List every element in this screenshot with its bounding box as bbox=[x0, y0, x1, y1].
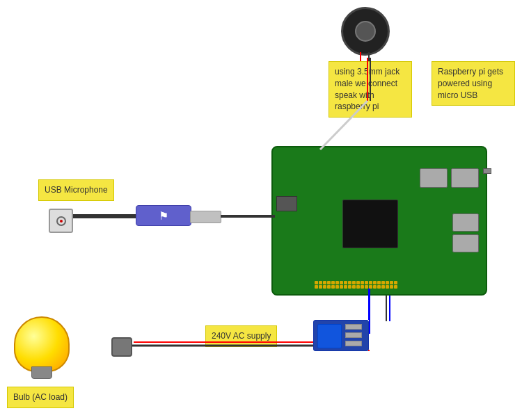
bulb bbox=[14, 316, 70, 379]
relay-terminal-3 bbox=[345, 341, 362, 346]
gpio-wire-blue bbox=[369, 289, 370, 334]
bulb-base bbox=[31, 366, 52, 379]
relay-module bbox=[313, 320, 369, 351]
note-speaker: using 3.5mm jack male we connect speak w… bbox=[329, 61, 412, 118]
note-raspberry: Raspberry pi gets powered using micro US… bbox=[432, 61, 515, 106]
relay-terminal-1 bbox=[345, 324, 362, 330]
micro-usb-port bbox=[483, 168, 491, 174]
hdmi-port bbox=[276, 196, 297, 211]
diagram-container: using 3.5mm jack male we connect speak w… bbox=[0, 0, 522, 420]
usb-port-3 bbox=[452, 213, 479, 232]
bulb-socket bbox=[111, 337, 132, 357]
usb-port-2 bbox=[451, 168, 479, 188]
usb-cable bbox=[73, 214, 143, 218]
note-bulb: Bulb (AC load) bbox=[7, 387, 74, 408]
relay-terminals bbox=[345, 324, 365, 346]
note-usb-mic: USB Microphone bbox=[38, 179, 114, 201]
raspberry-pi-board bbox=[271, 146, 487, 296]
usb-microphone bbox=[49, 209, 73, 233]
usb-connector-body: ⚑ bbox=[136, 205, 191, 226]
usb-symbol-icon: ⚑ bbox=[159, 209, 168, 223]
cpu-chip bbox=[342, 200, 398, 248]
relay-coil bbox=[317, 324, 342, 348]
usb-port-4 bbox=[452, 234, 479, 252]
relay-terminal-2 bbox=[345, 332, 362, 338]
mic-diaphragm bbox=[56, 216, 66, 226]
speaker bbox=[341, 7, 390, 56]
gpio-pins bbox=[315, 281, 397, 289]
bulb-glass bbox=[14, 316, 70, 372]
usb-plug bbox=[190, 211, 221, 223]
note-ac-supply: 240V AC supply bbox=[205, 325, 277, 347]
usb-port-1 bbox=[420, 168, 448, 188]
mic-dot bbox=[60, 220, 63, 223]
